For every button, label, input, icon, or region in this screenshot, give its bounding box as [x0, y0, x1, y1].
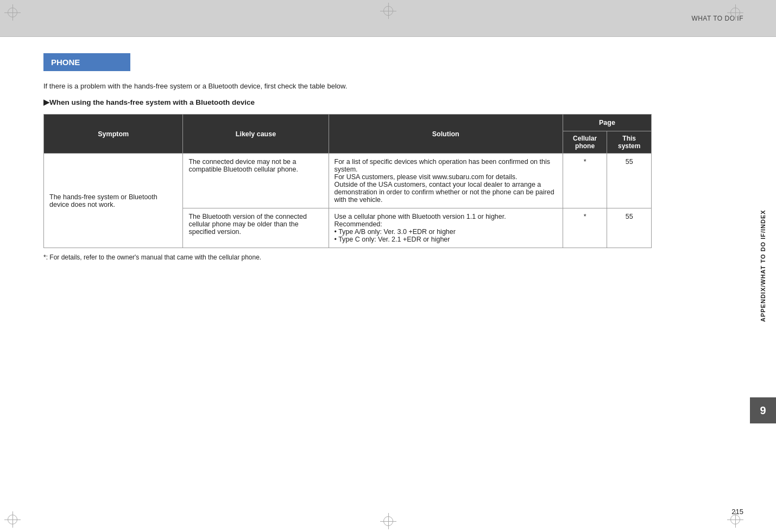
th-cause: Likely cause — [183, 115, 329, 154]
sidebar-appendix-text: APPENDIX/WHAT TO DO IF/INDEX — [760, 0, 766, 532]
sidebar-number: 9 — [750, 397, 776, 423]
page-cell-system-2: 55 — [607, 208, 652, 248]
page-cell-cellular-2: * — [563, 208, 607, 248]
reg-mark-bl — [4, 511, 21, 528]
page-number: 215 — [731, 508, 743, 516]
cause-cell-1: The connected device may not be a compat… — [183, 154, 329, 208]
reg-center-bottom — [380, 513, 396, 529]
reg-mark-tr — [727, 4, 743, 21]
reg-mark-tl — [4, 4, 21, 21]
page-cell-cellular-1: * — [563, 154, 607, 208]
subsection-title: ▶When using the hands-free system with a… — [43, 98, 652, 106]
page-cell-system-1: 55 — [607, 154, 652, 208]
cause-cell-2: The Bluetooth version of the connected c… — [183, 208, 329, 248]
symptom-cell-1: The hands-free system or Bluetooth devic… — [44, 154, 183, 248]
main-content: PHONE If there is a problem with the han… — [0, 37, 684, 283]
th-symptom: Symptom — [44, 115, 183, 154]
table-row: The hands-free system or Bluetooth devic… — [44, 154, 652, 208]
solution-cell-1: For a list of specific devices which ope… — [329, 154, 563, 208]
right-sidebar: APPENDIX/WHAT TO DO IF/INDEX 9 — [750, 0, 776, 532]
trouble-table: Symptom Likely cause Solution Page Cellu… — [43, 114, 652, 248]
solution-cell-2: Use a cellular phone with Bluetooth vers… — [329, 208, 563, 248]
th-page: Page — [563, 115, 651, 131]
table-header-top: Symptom Likely cause Solution Page — [44, 115, 652, 131]
th-cellular-phone: Cellular phone — [563, 131, 607, 154]
intro-text: If there is a problem with the hands-fre… — [43, 82, 652, 90]
th-solution: Solution — [329, 115, 563, 154]
footnote: *: For details, refer to the owner's man… — [43, 254, 652, 261]
reg-center-top — [380, 3, 396, 19]
th-this-system: This system — [607, 131, 652, 154]
section-header: PHONE — [43, 53, 130, 71]
